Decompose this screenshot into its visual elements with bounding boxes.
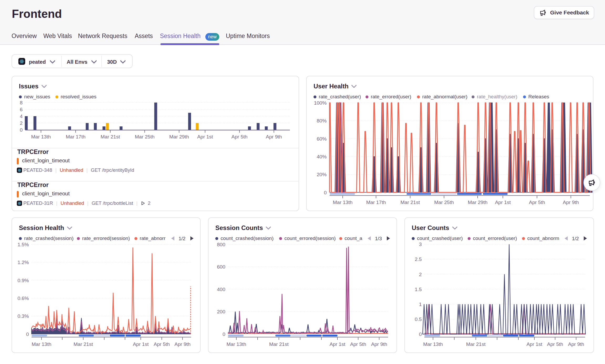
svg-text:Apr 5th: Apr 5th xyxy=(547,341,563,347)
svg-text:20%: 20% xyxy=(317,172,327,177)
svg-text:Apr 1st: Apr 1st xyxy=(133,341,149,347)
svg-text:Apr 9th: Apr 9th xyxy=(568,341,584,347)
svg-text:Mar 25th: Mar 25th xyxy=(135,134,155,140)
svg-text:Mar 17th: Mar 17th xyxy=(366,200,386,205)
svg-text:Mar 21st: Mar 21st xyxy=(269,341,289,347)
svg-text:2: 2 xyxy=(419,272,422,277)
svg-text:Mar 21st: Mar 21st xyxy=(466,341,486,347)
svg-text:Mar 13th: Mar 13th xyxy=(32,341,51,347)
svg-text:Mar 13th: Mar 13th xyxy=(333,200,353,205)
svg-text:0: 0 xyxy=(324,190,327,195)
svg-text:Mar 21st: Mar 21st xyxy=(74,341,93,347)
svg-text:Apr 5th: Apr 5th xyxy=(154,341,170,347)
svg-text:0: 0 xyxy=(20,127,23,133)
svg-text:0.5: 0.5 xyxy=(415,317,422,322)
svg-text:Apr 5th: Apr 5th xyxy=(529,200,545,205)
svg-text:800: 800 xyxy=(217,242,225,247)
svg-text:3: 3 xyxy=(419,242,422,247)
svg-text:4: 4 xyxy=(20,114,23,119)
svg-text:Mar 13th: Mar 13th xyxy=(31,134,51,140)
svg-text:0.6%: 0.6% xyxy=(18,296,29,301)
svg-text:2.5: 2.5 xyxy=(415,256,422,262)
svg-text:8: 8 xyxy=(20,100,23,105)
svg-text:100%: 100% xyxy=(314,100,327,106)
svg-text:0: 0 xyxy=(26,331,29,337)
svg-text:Apr 1st: Apr 1st xyxy=(330,341,346,347)
svg-text:6: 6 xyxy=(20,107,23,112)
svg-text:600: 600 xyxy=(217,264,225,270)
svg-text:0: 0 xyxy=(222,331,225,337)
svg-text:1.5%: 1.5% xyxy=(18,242,29,247)
svg-text:40%: 40% xyxy=(317,154,327,159)
svg-text:Apr 9th: Apr 9th xyxy=(563,200,579,205)
svg-text:Mar 13th: Mar 13th xyxy=(423,341,443,347)
svg-text:Mar 25th: Mar 25th xyxy=(434,200,454,205)
svg-text:Mar 21st: Mar 21st xyxy=(101,134,120,140)
svg-text:Apr 1st: Apr 1st xyxy=(526,341,543,347)
svg-text:1.5: 1.5 xyxy=(415,287,422,292)
svg-text:0: 0 xyxy=(419,331,422,337)
svg-text:400: 400 xyxy=(217,287,225,292)
svg-text:Apr 5th: Apr 5th xyxy=(350,341,366,347)
svg-text:0.9%: 0.9% xyxy=(18,278,29,283)
svg-text:Apr 9th: Apr 9th xyxy=(174,341,190,347)
svg-text:Mar 29th: Mar 29th xyxy=(468,200,488,205)
svg-text:1.2%: 1.2% xyxy=(18,260,29,265)
svg-text:Apr 5th: Apr 5th xyxy=(231,134,247,140)
svg-text:Mar 29th: Mar 29th xyxy=(169,134,189,140)
svg-text:Mar 21st: Mar 21st xyxy=(400,200,420,205)
svg-text:Mar 13th: Mar 13th xyxy=(227,341,246,347)
svg-text:Apr 1st: Apr 1st xyxy=(197,134,213,140)
svg-text:2: 2 xyxy=(20,120,23,126)
svg-text:Mar 17th: Mar 17th xyxy=(66,134,86,140)
svg-text:80%: 80% xyxy=(317,118,327,124)
svg-text:Apr 1st: Apr 1st xyxy=(495,200,511,205)
svg-text:60%: 60% xyxy=(317,136,327,142)
svg-text:1: 1 xyxy=(419,302,422,307)
svg-text:Apr 9th: Apr 9th xyxy=(266,134,282,140)
svg-text:200: 200 xyxy=(217,309,225,314)
svg-text:0.3%: 0.3% xyxy=(18,313,29,319)
svg-text:Apr 9th: Apr 9th xyxy=(371,341,387,347)
